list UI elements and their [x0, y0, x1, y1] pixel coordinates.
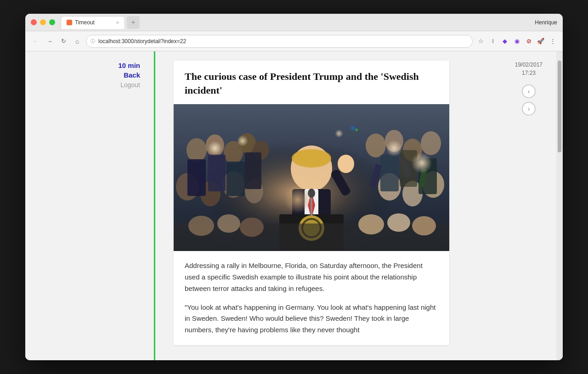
svg-rect-27: [292, 189, 331, 235]
address-bar-wrapper: ⓘ localhost:3000/storydetail?index=22: [86, 35, 473, 48]
address-bar: ← → ↻ ⌂ ⓘ localhost:3000/storydetail?ind…: [25, 31, 563, 51]
article-date-time: 19/02/2017 17:23: [515, 61, 543, 77]
svg-rect-40: [418, 168, 427, 187]
close-button[interactable]: [31, 19, 37, 25]
svg-point-26: [292, 149, 331, 167]
svg-point-45: [358, 214, 384, 234]
svg-rect-1: [174, 104, 449, 251]
article-time: 17:23: [522, 70, 536, 76]
svg-point-2: [187, 138, 207, 162]
svg-rect-39: [399, 157, 412, 179]
svg-point-8: [385, 130, 403, 152]
svg-rect-19: [208, 155, 226, 191]
active-tab[interactable]: Timeout ×: [61, 16, 125, 29]
article-date: 19/02/2017: [515, 61, 543, 68]
tab-title: Timeout: [75, 19, 95, 26]
svg-point-35: [303, 220, 320, 236]
svg-rect-28: [305, 189, 318, 226]
reading-time: 10 min: [118, 61, 140, 70]
svg-rect-24: [418, 158, 437, 194]
maximize-button[interactable]: [49, 19, 55, 25]
next-icon: ›: [528, 105, 530, 112]
svg-rect-23: [400, 150, 417, 187]
scrollbar-thumb[interactable]: [558, 61, 561, 152]
svg-point-33: [299, 215, 324, 241]
home-button[interactable]: ⌂: [72, 36, 82, 46]
right-panel: 19/02/2017 17:23 ‹ ›: [501, 51, 556, 360]
ext-icon-2[interactable]: ◉: [512, 37, 521, 46]
title-bar: Timeout × + Henrique: [25, 14, 563, 31]
svg-point-3: [206, 134, 224, 156]
url-display[interactable]: localhost:3000/storydetail?index=22: [86, 35, 473, 48]
article-image-svg: [174, 104, 449, 251]
svg-rect-0: [174, 104, 449, 251]
prev-article-button[interactable]: ‹: [522, 84, 536, 98]
svg-rect-32: [279, 214, 344, 251]
svg-point-34: [301, 218, 322, 238]
svg-rect-20: [226, 162, 245, 196]
ext-icon-3[interactable]: ⊘: [524, 37, 533, 46]
logout-link[interactable]: Logout: [118, 80, 140, 90]
page-scrollbar[interactable]: [556, 51, 563, 360]
svg-rect-18: [187, 159, 206, 196]
sidebar-content: 10 min Back Logout: [118, 61, 145, 90]
svg-point-5: [238, 133, 256, 153]
lock-icon: ⓘ: [90, 38, 95, 45]
new-tab-button[interactable]: +: [127, 16, 140, 29]
svg-point-16: [402, 181, 423, 207]
sidebar: 10 min Back Logout: [25, 51, 154, 360]
refresh-button[interactable]: ↻: [58, 36, 68, 46]
svg-marker-29: [308, 191, 315, 219]
tab-close-button[interactable]: ×: [116, 20, 119, 25]
svg-point-46: [387, 213, 410, 232]
svg-point-49: [355, 128, 358, 131]
svg-rect-36: [311, 194, 312, 216]
svg-rect-22: [380, 155, 399, 191]
ext-icon-4[interactable]: 🚀: [536, 37, 545, 46]
svg-point-42: [188, 216, 214, 236]
svg-point-11: [176, 173, 199, 201]
page-content: 10 min Back Logout The curious case of P…: [25, 51, 563, 360]
svg-point-13: [222, 171, 244, 198]
forward-nav-button[interactable]: →: [45, 36, 55, 46]
article-image: [174, 104, 449, 251]
next-article-button[interactable]: ›: [522, 102, 536, 116]
article-paragraph-2: "You look at what's happening in Germany…: [185, 302, 438, 336]
svg-rect-38: [370, 164, 382, 188]
svg-point-47: [412, 216, 436, 235]
svg-point-31: [338, 155, 354, 173]
svg-point-14: [245, 179, 263, 203]
back-nav-button[interactable]: ←: [31, 36, 41, 46]
article-card: The curious case of President Trump and …: [174, 61, 449, 345]
reader-icon[interactable]: I: [488, 37, 498, 46]
svg-point-4: [224, 141, 243, 164]
article-paragraph-1: Addressing a rally in Melbourne, Florida…: [185, 260, 438, 294]
tab-favicon-icon: [67, 20, 72, 25]
svg-rect-21: [245, 152, 261, 189]
svg-point-44: [240, 218, 264, 237]
browser-window: Timeout × + Henrique ← → ↻ ⌂ ⓘ localhost…: [25, 14, 563, 360]
article-body: Addressing a rally in Melbourne, Florida…: [174, 251, 449, 345]
svg-rect-30: [330, 168, 351, 197]
svg-point-7: [366, 134, 386, 157]
prev-icon: ‹: [528, 88, 530, 95]
ext-icon-1[interactable]: ◆: [500, 37, 509, 46]
article-header: The curious case of President Trump and …: [174, 61, 449, 104]
bookmark-icon[interactable]: ☆: [476, 37, 486, 46]
minimize-button[interactable]: [40, 19, 46, 25]
menu-icon[interactable]: ⋮: [548, 37, 557, 46]
traffic-lights: [31, 19, 55, 25]
tab-bar: Timeout × +: [61, 16, 535, 29]
svg-point-48: [351, 126, 355, 130]
back-link[interactable]: Back: [118, 70, 140, 80]
svg-point-10: [421, 131, 441, 155]
svg-point-15: [378, 173, 401, 201]
svg-rect-41: [174, 223, 449, 251]
svg-point-43: [217, 214, 240, 233]
svg-point-12: [200, 181, 220, 207]
svg-point-25: [291, 145, 332, 191]
user-name: Henrique: [535, 19, 557, 26]
svg-point-6: [253, 140, 269, 160]
svg-point-37: [308, 189, 315, 198]
svg-point-17: [422, 171, 444, 198]
